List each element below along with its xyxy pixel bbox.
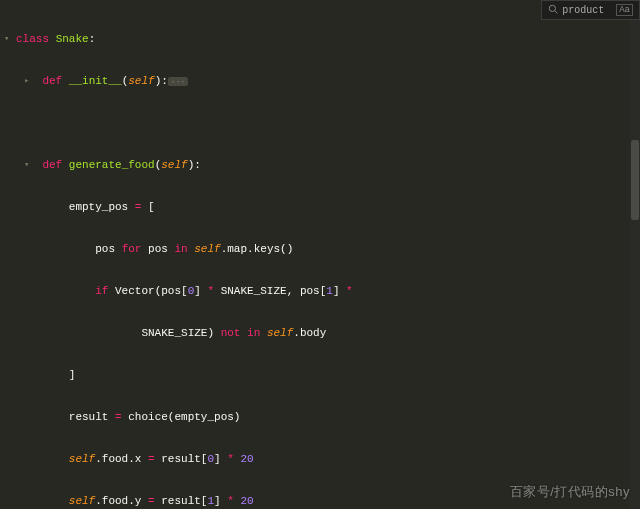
vertical-scrollbar[interactable] bbox=[630, 20, 640, 509]
collapsed-marker[interactable]: ··· bbox=[168, 77, 188, 86]
fold-icon[interactable]: ▸ bbox=[24, 74, 34, 88]
fold-icon[interactable]: ▾ bbox=[24, 158, 34, 172]
code-editor[interactable]: ▾class Snake: ▸ def __init__(self):··· ▾… bbox=[0, 0, 640, 509]
watermark-text: 百家号/打代码的shy bbox=[510, 483, 630, 501]
fold-icon[interactable]: ▾ bbox=[4, 32, 14, 46]
scroll-thumb[interactable] bbox=[631, 140, 639, 220]
